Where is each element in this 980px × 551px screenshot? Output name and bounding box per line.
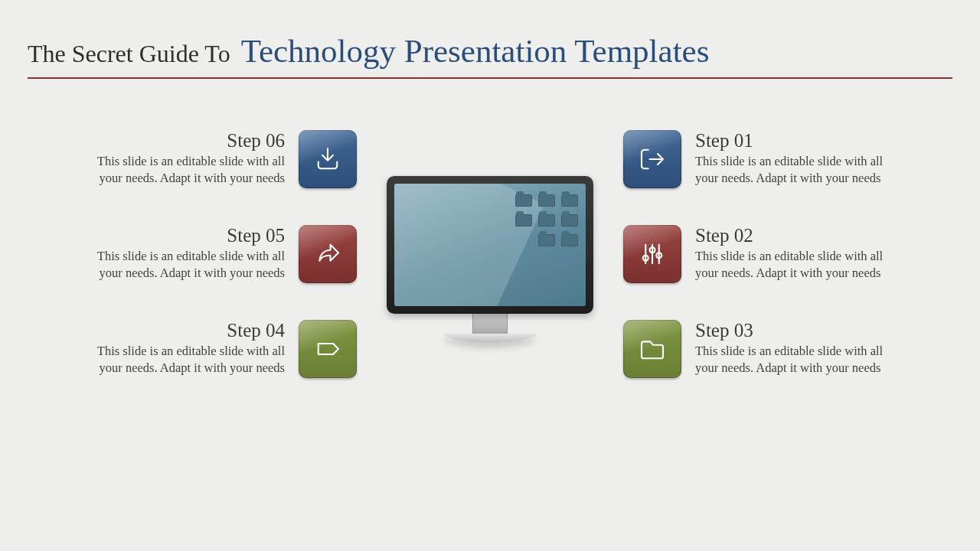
step-title: Step 06	[96, 130, 285, 152]
step-desc: This slide is an editable slide with all…	[695, 153, 884, 187]
title-prefix: The Secret Guide To	[28, 40, 230, 68]
left-column: Step 06 This slide is an editable slide …	[96, 122, 357, 378]
step-title: Step 03	[695, 320, 884, 341]
step-item-04: Step 04 This slide is an editable slide …	[96, 320, 357, 378]
tag-icon	[299, 320, 357, 378]
sliders-icon	[623, 225, 681, 283]
title-divider	[28, 77, 952, 79]
computer-monitor-icon	[387, 176, 593, 343]
step-title: Step 04	[96, 320, 285, 341]
step-title: Step 01	[695, 130, 884, 152]
step-item-03: Step 03 This slide is an editable slide …	[623, 320, 884, 378]
step-desc: This slide is an editable slide with all…	[695, 343, 884, 377]
right-column: Step 01 This slide is an editable slide …	[623, 122, 884, 378]
title-main: Technology Presentation Templates	[241, 32, 710, 70]
download-tray-icon	[299, 130, 357, 188]
step-title: Step 05	[96, 225, 285, 246]
step-item-01: Step 01 This slide is an editable slide …	[623, 130, 884, 188]
content-stage: Step 06 This slide is an editable slide …	[0, 122, 980, 520]
step-item-06: Step 06 This slide is an editable slide …	[96, 130, 357, 188]
exit-arrow-icon	[623, 130, 681, 188]
step-desc: This slide is an editable slide with all…	[96, 343, 285, 377]
folder-icon	[623, 320, 681, 378]
step-desc: This slide is an editable slide with all…	[96, 153, 285, 187]
step-title: Step 02	[695, 225, 884, 246]
step-item-02: Step 02 This slide is an editable slide …	[623, 225, 884, 283]
title-bar: The Secret Guide To Technology Presentat…	[28, 32, 952, 79]
step-desc: This slide is an editable slide with all…	[96, 248, 285, 282]
share-arrow-icon	[299, 225, 357, 283]
step-desc: This slide is an editable slide with all…	[695, 248, 884, 282]
center-graphic	[375, 122, 605, 343]
step-item-05: Step 05 This slide is an editable slide …	[96, 225, 357, 283]
